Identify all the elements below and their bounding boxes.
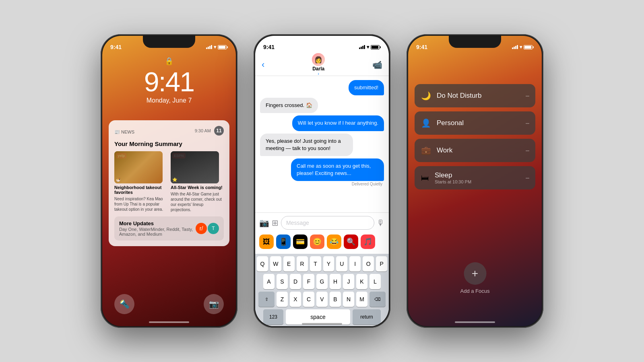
key-b[interactable]: B [330,292,341,307]
key-q[interactable]: Q [257,256,268,272]
messages-header: ‹ 👩 Darla › 📹 [255,53,389,76]
key-u[interactable]: U [336,256,347,272]
focus-option-work[interactable]: 💼 Work ··· [415,139,535,162]
notification-title: Your Morning Summary [114,140,224,147]
key-y[interactable]: Y [323,256,334,272]
key-e[interactable]: E [283,256,295,272]
keyboard-row-2: A S D F G H J K L [255,272,389,289]
message-bubble-sent-3: Call me as soon as you get this, please!… [291,158,384,181]
focus-option-personal[interactable]: 👤 Personal ··· [415,111,535,135]
work-more[interactable]: ··· [525,146,529,155]
keyboard: Q W E R T Y U I O P A S D F G H J K L [255,254,389,326]
contact-name: Darla [312,66,324,72]
keyboard-row-3: ⇧ Z X C V B N M ⌫ [255,289,389,307]
message-bubble-sent-1: submitted! [349,80,384,95]
sleep-label-group: Sleep Starts at 10:30 PM [435,171,520,184]
wifi-icon: ▾ [214,44,216,50]
message-wrapper-sent-3: Call me as soon as you get this, please!… [260,158,384,186]
focus-option-do-not-disturb[interactable]: 🌙 Do Not Disturb ··· [415,84,535,107]
appstore-shortcut[interactable]: 📱 [276,234,291,249]
reddit-icon: r/ [196,223,207,234]
article-1-title: Neighborhood takeout favorites [114,185,167,195]
sleep-sublabel: Starts at 10:30 PM [435,179,520,184]
applepay-shortcut[interactable]: 💳 [293,234,308,249]
key-space[interactable]: space [286,309,350,325]
message-input-field[interactable]: Message [281,216,374,230]
key-g[interactable]: G [316,274,328,289]
more-updates[interactable]: More Updates Day One, WaterMinder, Reddi… [114,216,224,241]
key-k[interactable]: K [356,274,367,289]
key-s[interactable]: S [277,274,288,289]
key-x[interactable]: X [290,292,301,307]
messages-area: submitted! Fingers crossed. 🏠 Will let y… [255,76,389,189]
key-n[interactable]: N [343,292,354,307]
more-updates-title: More Updates [119,220,196,226]
notification-app: 📰 NEWS [114,130,134,135]
home-indicator-1 [149,321,189,323]
key-j[interactable]: J [343,274,354,289]
key-z[interactable]: Z [277,292,288,307]
wifi-icon-3: ▾ [520,44,522,50]
key-h[interactable]: H [330,274,341,289]
notif-meta: 9:30 AM 11 [195,126,224,136]
contact-chevron: › [318,72,319,76]
notch-3 [449,36,501,48]
key-m[interactable]: M [356,292,367,307]
back-button[interactable]: ‹ [262,60,264,70]
key-w[interactable]: W [270,256,281,272]
sleep-icon: 🛏 [421,173,429,183]
search-shortcut[interactable]: 🔍 [344,234,358,249]
key-p[interactable]: P [376,256,387,272]
status-icons-3: ▾ [512,44,534,50]
message-input-area: 📷 ⊞ Message 🎙 🖼 📱 💳 😊 😂 🔍 🎵 [255,212,389,254]
key-f[interactable]: F [303,274,314,289]
do-not-disturb-more[interactable]: ··· [525,92,529,100]
status-time-1: 9:41 [110,44,122,50]
key-l[interactable]: L [369,274,381,289]
photos-shortcut[interactable]: 🖼 [259,234,274,249]
battery-icon [218,45,228,49]
work-label-group: Work [437,146,520,154]
message-wrapper-sent-2: Will let you know if I hear anything. [260,115,384,131]
article-1-desc: Need inspiration? Kea Mao from Up Thai i… [114,196,167,212]
key-delete[interactable]: ⌫ [369,292,386,307]
key-return[interactable]: return [353,309,381,325]
key-c[interactable]: C [303,292,314,307]
camera-input-button[interactable]: 📷 [259,218,269,228]
morning-summary-card[interactable]: 📰 NEWS 9:30 AM 11 Your Morning Summary y… [109,120,229,246]
key-a[interactable]: A [263,274,275,289]
key-o[interactable]: O [363,256,374,272]
key-r[interactable]: R [297,256,308,272]
contact-info[interactable]: 👩 Darla › [312,53,325,76]
appstore-input-button[interactable]: ⊞ [272,218,279,228]
key-i[interactable]: I [349,256,361,272]
music-shortcut[interactable]: 🎵 [361,234,375,249]
notch [143,36,195,48]
article-2-image: ESPN ⭐ [171,151,219,183]
delivered-status: Delivered Quietly [260,182,384,186]
camera-button[interactable]: 📷 [204,294,224,314]
more-updates-icons: r/ T [196,223,219,234]
sleep-more[interactable]: ··· [525,174,529,182]
key-d[interactable]: D [290,274,301,289]
key-t[interactable]: T [310,256,321,272]
personal-label-group: Personal [437,119,520,127]
personal-more[interactable]: ··· [525,119,529,128]
add-focus-button[interactable]: + [464,262,486,285]
key-123[interactable]: 123 [263,309,283,325]
home-indicator-3 [455,321,495,323]
key-shift[interactable]: ⇧ [258,292,275,307]
flashlight-button[interactable]: 🔦 [114,294,134,314]
video-call-button[interactable]: 📹 [372,60,382,70]
key-v[interactable]: V [316,292,328,307]
add-focus-section: + Add a Focus [460,262,490,294]
do-not-disturb-label: Do Not Disturb [437,92,520,100]
more-updates-info: More Updates Day One, WaterMinder, Reddi… [119,220,196,237]
audio-input-button[interactable]: 🎙 [377,218,385,228]
focus-option-sleep[interactable]: 🛏 Sleep Starts at 10:30 PM ··· [415,166,535,189]
battery-icon-3 [524,45,534,49]
memoji-shortcut[interactable]: 😊 [310,234,324,249]
sticker-shortcut[interactable]: 😂 [327,234,341,249]
article-2-title: All-Star Week is coming! [171,185,224,190]
add-focus-label: Add a Focus [460,288,490,294]
